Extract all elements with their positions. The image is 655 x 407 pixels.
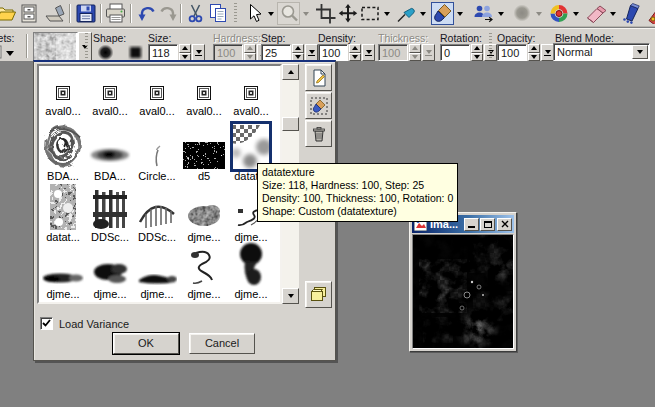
tool-options-bar: Presets: Shape: Size:118Hardness:100Step… — [0, 28, 655, 61]
rotation-up-button[interactable] — [471, 44, 483, 53]
scroll-thumb[interactable] — [282, 117, 299, 131]
arrow-tool-icon[interactable] — [242, 2, 265, 25]
copy-icon[interactable] — [206, 2, 229, 25]
clone-tool-dropdown-arrow[interactable] — [496, 11, 505, 18]
brush-thumbnail[interactable] — [40, 188, 86, 230]
brush-thumbnail[interactable] — [40, 248, 86, 287]
size-spinner[interactable]: 118 — [148, 44, 205, 61]
brush-thumbnail[interactable] — [181, 248, 227, 287]
close-button[interactable] — [497, 218, 512, 231]
selection-tool-dropdown-arrow[interactable] — [382, 11, 391, 18]
blend-mode-select[interactable]: Normal — [553, 43, 650, 61]
selection-tool-icon[interactable] — [358, 2, 381, 25]
save-icon[interactable] — [74, 2, 97, 25]
brush-thumbnail[interactable] — [181, 188, 227, 230]
step-input[interactable]: 25 — [261, 44, 291, 61]
paintbrush-tool-icon[interactable] — [431, 2, 454, 25]
rotation-label: Rotation: — [440, 32, 482, 44]
opacity-input[interactable]: 100 — [497, 44, 527, 61]
opacity-down-button[interactable] — [528, 53, 540, 62]
size-slider-button[interactable] — [192, 44, 205, 61]
new-brush-button[interactable] — [305, 64, 332, 91]
brush-thumbnail[interactable] — [228, 84, 274, 100]
brush-thumbnail[interactable] — [87, 188, 133, 230]
thickness-label: Thickness: — [378, 32, 428, 44]
opacity-spinner[interactable]: 100 — [497, 44, 554, 61]
options-separator-2 — [489, 33, 492, 59]
shape-square-button[interactable] — [126, 43, 145, 61]
brush-thumbnail[interactable] — [134, 124, 180, 169]
density-down-button[interactable] — [349, 53, 361, 62]
color-replacer-tool-dropdown-arrow[interactable] — [571, 11, 580, 18]
brush-thumbnail[interactable] — [87, 124, 133, 169]
arrow-tool-dropdown-arrow[interactable] — [266, 11, 275, 18]
step-slider-button[interactable] — [305, 44, 318, 61]
brush-name: BDA... — [87, 170, 133, 182]
brush-name: aval0... — [134, 105, 180, 117]
brush-thumbnail[interactable] — [40, 84, 86, 100]
brush-name: djme... — [181, 231, 227, 243]
zoom-tool-dropdown-arrow[interactable] — [301, 11, 310, 18]
cut-icon[interactable] — [183, 2, 206, 25]
scroll-down-button[interactable] — [282, 288, 299, 304]
cancel-button[interactable]: Cancel — [189, 333, 255, 354]
eraser-tool-icon[interactable] — [584, 2, 607, 25]
brush-name: BDA... — [40, 170, 86, 182]
airbrush-tool-icon[interactable] — [620, 2, 643, 25]
density-input[interactable]: 100 — [318, 44, 348, 61]
picture-tube-tool-icon[interactable] — [645, 2, 655, 25]
brush-thumbnail[interactable] — [181, 124, 227, 169]
ok-button[interactable]: OK — [113, 333, 179, 354]
toolbar-separator — [69, 4, 71, 23]
minimize-button[interactable] — [464, 218, 479, 231]
maximize-button[interactable] — [480, 218, 495, 231]
shape-round-button[interactable] — [96, 43, 115, 61]
load-variance-checkbox[interactable] — [40, 317, 53, 330]
load-variance-label: Load Variance — [59, 318, 129, 330]
retouch-tool-dropdown-arrow[interactable] — [534, 11, 543, 18]
brush-thumbnail[interactable] — [87, 84, 133, 100]
mover-tool-icon[interactable] — [336, 2, 359, 25]
brush-thumbnail[interactable] — [87, 248, 133, 287]
delete-brush-button[interactable] — [305, 120, 332, 147]
edit-brush-button[interactable] — [305, 92, 332, 119]
opacity-up-button[interactable] — [528, 44, 540, 53]
clone-tool-icon[interactable] — [472, 2, 495, 25]
brush-thumbnail[interactable] — [181, 84, 227, 100]
dropper-tool-dropdown-arrow[interactable] — [418, 11, 427, 18]
density-slider-button[interactable] — [362, 44, 375, 61]
image-canvas — [412, 234, 514, 349]
size-up-button[interactable] — [179, 44, 191, 53]
step-spinner[interactable]: 25 — [261, 44, 318, 61]
presets-dropdown[interactable] — [0, 44, 16, 61]
image-window[interactable]: Ima... — [409, 212, 517, 352]
density-up-button[interactable] — [349, 44, 361, 53]
eraser-tool-dropdown-arrow[interactable] — [608, 11, 617, 18]
color-replacer-tool-icon[interactable] — [547, 2, 570, 25]
thickness-down-button — [409, 53, 421, 62]
density-spinner[interactable]: 100 — [318, 44, 375, 61]
brush-name: DDSc... — [134, 231, 180, 243]
brush-thumbnail[interactable] — [228, 248, 274, 287]
blend-mode-dropdown-button[interactable] — [632, 45, 648, 59]
step-up-button[interactable] — [292, 44, 304, 53]
undo-icon[interactable] — [134, 2, 157, 25]
rotation-down-button[interactable] — [471, 53, 483, 62]
copy-brush-button[interactable] — [305, 281, 332, 308]
brush-thumbnail[interactable] — [134, 84, 180, 100]
rotation-input[interactable]: 0 — [440, 44, 470, 61]
brush-thumbnail[interactable] — [40, 124, 86, 169]
brush-thumbnail[interactable] — [134, 248, 180, 287]
open-folder-icon[interactable] — [0, 2, 17, 25]
dropper-tool-icon[interactable] — [394, 2, 417, 25]
brush-thumbnail[interactable] — [134, 188, 180, 230]
brush-tip-preview[interactable] — [33, 32, 78, 61]
deform-tool-icon[interactable] — [314, 2, 337, 25]
paintbrush-tool-dropdown-arrow[interactable] — [455, 11, 464, 18]
twain-acquire-icon[interactable] — [43, 2, 66, 25]
print-icon[interactable] — [104, 2, 127, 25]
browse-icon[interactable] — [17, 2, 40, 25]
scroll-up-button[interactable] — [282, 64, 299, 80]
size-input[interactable]: 118 — [148, 44, 178, 61]
brush-name: djme... — [228, 288, 274, 300]
